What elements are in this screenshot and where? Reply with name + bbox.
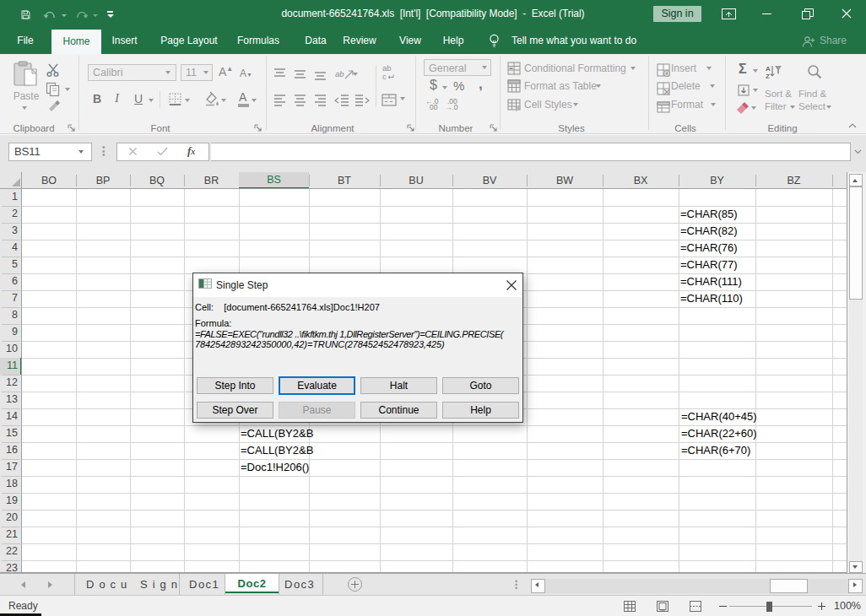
svg-text:ab: ab (335, 69, 344, 78)
svg-text:Z: Z (766, 73, 770, 79)
svg-text:c: c (382, 72, 387, 81)
svg-text:A: A (766, 65, 771, 73)
